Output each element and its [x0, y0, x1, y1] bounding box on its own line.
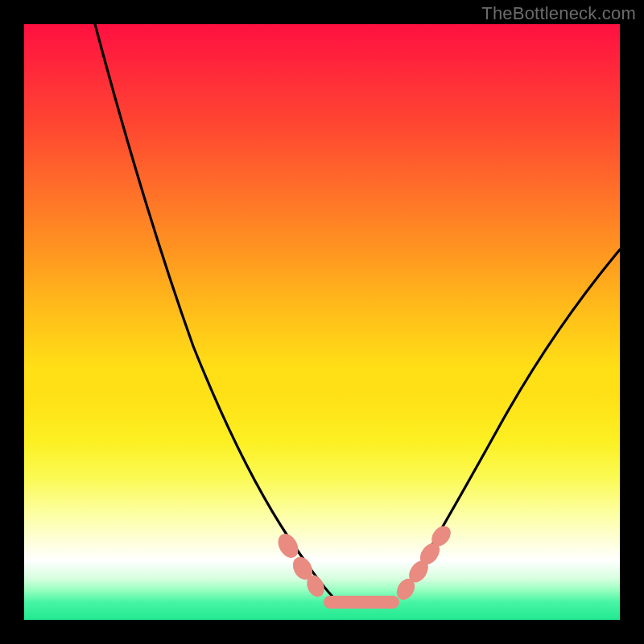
plot-area [24, 24, 620, 620]
chart-frame: TheBottleneck.com [0, 0, 644, 644]
marker-track [324, 596, 399, 609]
marker [274, 530, 302, 562]
attribution-text: TheBottleneck.com [481, 3, 636, 24]
valley-markers [24, 24, 620, 620]
